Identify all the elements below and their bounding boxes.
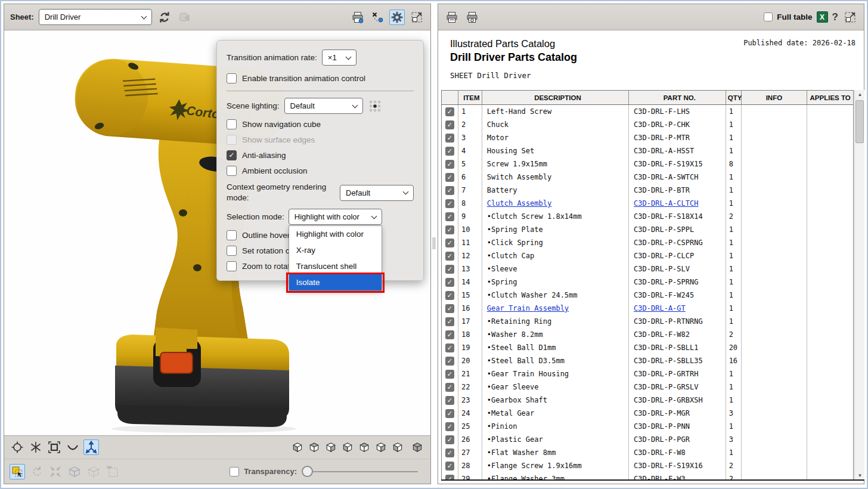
scene-lighting-select[interactable]: Default [284, 98, 363, 114]
row-visibility-checkbox[interactable]: ✓ [442, 433, 458, 446]
help-button[interactable]: ? [832, 11, 838, 23]
checked-checkbox-icon[interactable]: ✓ [445, 357, 454, 366]
isometric-view-icon[interactable] [410, 440, 425, 455]
view-cube-icon[interactable] [340, 440, 355, 455]
checked-checkbox-icon[interactable]: ✓ [445, 225, 454, 234]
checked-checkbox-icon[interactable]: ✓ [445, 120, 454, 129]
checked-checkbox-icon[interactable]: ✓ [445, 317, 454, 326]
row-visibility-checkbox[interactable]: ✓ [442, 197, 458, 210]
description-link[interactable]: Clutch Assembly [482, 197, 629, 210]
table-row[interactable]: ✓28•Flange Screw 1.9x16mmC3D-DRL-F-S19X1… [442, 459, 853, 472]
table-row[interactable]: ✓6Switch AssemblyC3D-DRL-A-SWTCH1 [442, 171, 853, 184]
row-visibility-checkbox[interactable]: ✓ [442, 184, 458, 197]
row-visibility-checkbox[interactable]: ✓ [442, 262, 458, 276]
part-no-link[interactable]: C3D-DRL-A-GT [629, 302, 726, 315]
row-visibility-checkbox[interactable]: ✓ [442, 367, 458, 380]
row-visibility-checkbox[interactable]: ✓ [442, 171, 458, 184]
checked-checkbox-icon[interactable]: ✓ [445, 409, 454, 418]
dropdown-option[interactable]: Translucent shell [289, 258, 382, 274]
walk-mode-button[interactable] [83, 440, 99, 455]
table-row[interactable]: ✓10•Spring PlateC3D-DRL-P-SPPL1 [442, 223, 853, 236]
scroll-down-button[interactable]: ▼ [855, 471, 864, 481]
row-visibility-checkbox[interactable]: ✓ [442, 394, 458, 407]
row-visibility-checkbox[interactable]: ✓ [442, 302, 458, 315]
row-visibility-checkbox[interactable]: ✓ [442, 118, 458, 131]
select-tool-button[interactable] [10, 464, 25, 479]
checked-checkbox-icon[interactable]: ✓ [445, 186, 454, 195]
table-row[interactable]: ✓16Gear Train AssemblyC3D-DRL-A-GT1 [442, 302, 853, 315]
view-cube-icon[interactable] [306, 440, 322, 455]
checked-checkbox-icon[interactable]: ✓ [445, 252, 454, 261]
checked-checkbox-icon[interactable]: ✓ [445, 173, 454, 182]
table-row[interactable]: ✓8Clutch AssemblyC3D-DRL-A-CLTCH1 [442, 197, 853, 210]
row-visibility-checkbox[interactable]: ✓ [442, 315, 458, 328]
checked-checkbox-icon[interactable]: ✓ [445, 199, 454, 208]
row-visibility-checkbox[interactable]: ✓ [442, 157, 458, 171]
checked-checkbox-icon[interactable]: ✓ [445, 212, 454, 221]
dropdown-option[interactable]: Highlight with color [289, 226, 382, 242]
row-visibility-checkbox[interactable]: ✓ [442, 131, 458, 144]
table-row[interactable]: ✓20•Steel Ball D3.5mmC3D-DRL-P-SBLL3516 [442, 354, 853, 367]
table-row[interactable]: ✓9•Clutch Screw 1.8x14mmC3D-DRL-F-S18X14… [442, 210, 853, 223]
table-row[interactable]: ✓29•Flange Washer 3mmC3D-DRL-F-W32 [442, 472, 853, 481]
table-row[interactable]: ✓11•Click SpringC3D-DRL-P-CSPRNG1 [442, 236, 853, 249]
row-visibility-checkbox[interactable]: ✓ [442, 210, 458, 223]
fullscreen-button[interactable] [409, 10, 424, 25]
row-visibility-checkbox[interactable]: ✓ [442, 236, 458, 249]
checked-checkbox-icon[interactable]: ✓ [445, 107, 454, 116]
print-preview-button[interactable] [464, 10, 480, 25]
scroll-up-button[interactable]: ▲ [855, 90, 864, 100]
panel-splitter[interactable] [431, 4, 438, 484]
table-row[interactable]: ✓18•Washer 8.2mmC3D-DRL-F-W822 [442, 328, 853, 341]
checked-checkbox-icon[interactable]: ✓ [445, 160, 454, 169]
snapshot-button[interactable] [370, 10, 385, 25]
table-row[interactable]: ✓14•SpringC3D-DRL-P-SPRNG1 [442, 276, 853, 289]
row-visibility-checkbox[interactable]: ✓ [442, 144, 458, 157]
checked-checkbox-icon[interactable]: ✓ [445, 304, 454, 313]
table-row[interactable]: ✓3MotorC3D-DRL-P-MTR1 [442, 131, 853, 144]
table-row[interactable]: ✓15•Clutch Washer 24.5mmC3D-DRL-F-W2451 [442, 289, 853, 302]
row-visibility-checkbox[interactable]: ✓ [442, 354, 458, 367]
battery-release-button[interactable] [160, 352, 193, 373]
row-visibility-checkbox[interactable]: ✓ [442, 420, 458, 433]
checked-checkbox-icon[interactable]: ✓ [445, 291, 454, 300]
transparency-checkbox[interactable] [230, 467, 239, 476]
table-row[interactable]: ✓24•Metal GearC3D-DRL-P-MGR3 [442, 407, 853, 420]
row-visibility-checkbox[interactable]: ✓ [442, 459, 458, 472]
row-visibility-checkbox[interactable]: ✓ [442, 328, 458, 341]
sheet-select[interactable]: Drill Driver [39, 9, 152, 25]
settings-button[interactable] [389, 10, 405, 25]
checked-checkbox-icon[interactable]: ✓ [445, 383, 454, 392]
checked-checkbox-icon[interactable]: ✓ [445, 239, 454, 247]
view-cube-icon[interactable] [290, 440, 305, 455]
full-table-checkbox[interactable] [764, 13, 773, 21]
dropdown-option[interactable]: Isolate [289, 274, 382, 290]
pan-button[interactable] [28, 440, 44, 455]
checked-checkbox-icon[interactable]: ✓ [445, 147, 454, 156]
row-visibility-checkbox[interactable]: ✓ [442, 380, 458, 394]
fit-view-button[interactable] [46, 440, 62, 455]
selection-mode-select[interactable]: Highlight with color [289, 209, 382, 225]
view-cube-icon[interactable] [373, 440, 389, 455]
table-row[interactable]: ✓26•Plastic GearC3D-DRL-P-PGR3 [442, 433, 853, 446]
row-visibility-checkbox[interactable]: ✓ [442, 105, 458, 118]
refresh-button[interactable] [157, 10, 172, 25]
checked-checkbox-icon[interactable]: ✓ [445, 396, 454, 405]
checked-checkbox-icon[interactable]: ✓ [445, 330, 454, 339]
row-visibility-checkbox[interactable]: ✓ [442, 223, 458, 236]
scrollbar-thumb[interactable] [855, 100, 864, 143]
table-row[interactable]: ✓5Screw 1.9x15mmC3D-DRL-F-S19X158 [442, 157, 853, 171]
row-visibility-checkbox[interactable]: ✓ [442, 249, 458, 262]
table-row[interactable]: ✓27•Flat Washer 8mmC3D-DRL-F-W81 [442, 446, 853, 459]
export-excel-button[interactable]: X [817, 11, 828, 23]
light-direction-grid-icon[interactable] [368, 99, 382, 113]
checked-checkbox-icon[interactable]: ✓ [445, 265, 454, 274]
table-row[interactable]: ✓21•Gear Train HousingC3D-DRL-P-GRTRH1 [442, 367, 853, 380]
table-scrollbar[interactable]: ▲ ▼ [854, 90, 864, 481]
popup-toggle[interactable]: Ambient occlusion [227, 166, 414, 176]
checked-checkbox-icon[interactable]: ✓ [445, 448, 454, 457]
table-row[interactable]: ✓7BatteryC3D-DRL-P-BTR1 [442, 184, 853, 197]
popup-toggle[interactable]: ✓Anti-aliasing [227, 150, 414, 160]
transition-rate-select[interactable]: ×1 [322, 49, 356, 66]
checked-checkbox-icon[interactable]: ✓ [445, 422, 454, 431]
